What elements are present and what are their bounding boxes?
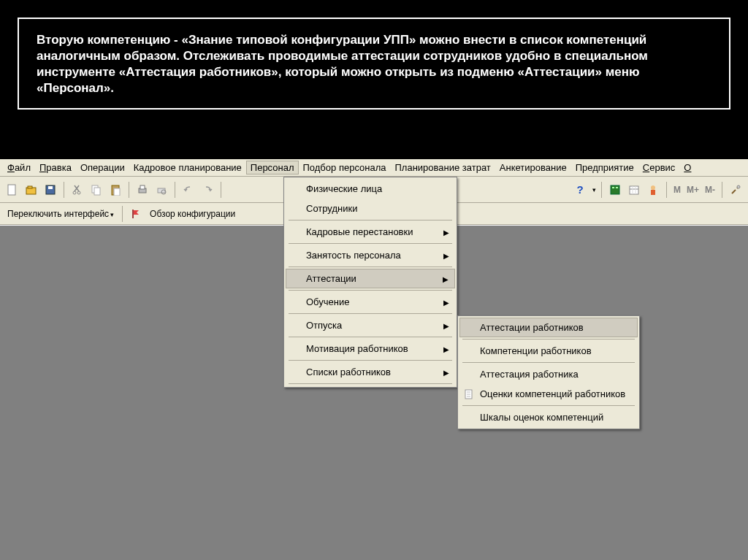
menu-separator bbox=[289, 266, 452, 267]
menu-operations[interactable]: Операции bbox=[76, 161, 129, 174]
submenu-item-att-rabotnikov[interactable]: Аттестации работников bbox=[459, 318, 638, 337]
menu-edit[interactable]: Правка bbox=[35, 161, 76, 174]
svg-point-26 bbox=[737, 185, 740, 188]
person-icon[interactable] bbox=[645, 182, 661, 198]
toolbar-separator bbox=[221, 182, 221, 198]
svg-rect-18 bbox=[612, 187, 614, 188]
menu-item-attestacii[interactable]: Аттестации▶ bbox=[286, 269, 455, 288]
menu-separator bbox=[289, 337, 452, 337]
menu-item-obuchenie[interactable]: Обучение▶ bbox=[286, 292, 455, 312]
menu-anketing[interactable]: Анкетирование bbox=[495, 161, 571, 174]
toolbar-separator bbox=[666, 182, 667, 198]
new-doc-icon[interactable] bbox=[4, 182, 20, 198]
cut-icon[interactable] bbox=[69, 182, 85, 198]
slide-frame: Вторую компетенцию - «Знание типовой кон… bbox=[18, 18, 730, 110]
menu-separator bbox=[289, 290, 452, 291]
toolbar-separator bbox=[64, 182, 64, 198]
dropdown-attestacii: Аттестации работников Компетенции работн… bbox=[457, 315, 640, 429]
menu-file[interactable]: Файл bbox=[3, 161, 35, 174]
flag-icon[interactable] bbox=[128, 206, 144, 222]
submenu-arrow-icon: ▶ bbox=[443, 228, 449, 236]
memory-m-button[interactable]: M bbox=[672, 185, 682, 195]
menu-separator bbox=[289, 313, 452, 314]
submenu-item-shkaly[interactable]: Шкалы оценок компетенций bbox=[459, 407, 638, 427]
svg-point-7 bbox=[73, 191, 76, 194]
menu-kadr-planning[interactable]: Кадровое планирование bbox=[129, 161, 246, 174]
submenu-item-att-rabotnika[interactable]: Аттестация работника bbox=[459, 364, 638, 384]
svg-point-24 bbox=[651, 185, 655, 190]
menu-planning-costs[interactable]: Планирование затрат bbox=[391, 161, 495, 174]
menu-service[interactable]: Сервис bbox=[638, 161, 680, 174]
menu-item-kadr-perestanovki[interactable]: Кадровые перестановки▶ bbox=[286, 222, 455, 242]
submenu-arrow-icon: ▶ bbox=[443, 275, 449, 283]
svg-rect-12 bbox=[114, 188, 120, 196]
paste-icon[interactable] bbox=[107, 182, 123, 198]
menu-windows[interactable]: О bbox=[679, 161, 695, 174]
menu-item-otpuska[interactable]: Отпуска▶ bbox=[286, 315, 455, 335]
svg-rect-0 bbox=[8, 185, 15, 195]
svg-rect-4 bbox=[48, 186, 53, 189]
menu-item-zanyatost[interactable]: Занятость персонала▶ bbox=[286, 245, 455, 265]
dropdown-personal: Физические лица Сотрудники Кадровые пере… bbox=[283, 177, 457, 388]
config-overview-button[interactable]: Обзор конфигурации bbox=[147, 209, 238, 219]
submenu-item-ocenki[interactable]: Оценки компетенций работников bbox=[459, 384, 638, 404]
svg-rect-20 bbox=[630, 186, 638, 194]
menu-separator bbox=[462, 362, 635, 363]
toolbar-separator bbox=[722, 182, 722, 198]
submenu-arrow-icon: ▶ bbox=[443, 321, 449, 329]
menu-separator bbox=[462, 405, 635, 406]
print-icon[interactable] bbox=[134, 182, 150, 198]
svg-rect-19 bbox=[616, 187, 618, 188]
memory-mplus-button[interactable]: M+ bbox=[685, 185, 701, 195]
submenu-arrow-icon: ▶ bbox=[443, 298, 449, 306]
slide-description: Вторую компетенцию - «Знание типовой кон… bbox=[37, 32, 711, 96]
menu-separator bbox=[289, 243, 452, 244]
menu-item-motivacia[interactable]: Мотивация работников▶ bbox=[286, 339, 455, 358]
svg-rect-17 bbox=[611, 185, 619, 194]
svg-rect-25 bbox=[651, 190, 655, 195]
menu-separator bbox=[289, 220, 452, 220]
menu-bar: Файл Правка Операции Кадровое планирован… bbox=[0, 159, 748, 177]
menu-podbor[interactable]: Подбор персонала bbox=[299, 161, 391, 174]
menu-separator bbox=[289, 383, 452, 384]
menu-item-fiz-lica[interactable]: Физические лица bbox=[286, 179, 455, 199]
svg-rect-2 bbox=[28, 186, 32, 188]
svg-point-8 bbox=[77, 191, 80, 194]
calc-icon[interactable] bbox=[607, 182, 623, 198]
print-preview-icon[interactable] bbox=[153, 182, 169, 198]
svg-rect-27 bbox=[132, 210, 134, 218]
menu-enterprise[interactable]: Предприятие bbox=[571, 161, 638, 174]
save-icon[interactable] bbox=[42, 182, 58, 198]
help-icon[interactable]: ? bbox=[572, 182, 588, 198]
switch-interface-button[interactable]: Переключить интерфейс▾ bbox=[4, 209, 117, 219]
undo-icon[interactable] bbox=[180, 182, 196, 198]
toolbar-separator bbox=[601, 182, 602, 198]
copy-icon[interactable] bbox=[88, 182, 104, 198]
svg-rect-14 bbox=[140, 185, 145, 189]
menu-separator bbox=[462, 339, 635, 340]
menu-personal[interactable]: Персонал bbox=[246, 161, 299, 174]
submenu-item-kompetencii[interactable]: Компетенции работников bbox=[459, 341, 638, 361]
svg-rect-10 bbox=[94, 188, 100, 195]
toolbar-separator bbox=[122, 206, 123, 222]
submenu-arrow-icon: ▶ bbox=[443, 368, 449, 376]
document-icon bbox=[463, 388, 475, 400]
menu-separator bbox=[289, 360, 452, 361]
dropdown-arrow-icon[interactable]: ▾ bbox=[592, 186, 596, 193]
submenu-arrow-icon: ▶ bbox=[443, 345, 449, 353]
calendar-icon[interactable] bbox=[626, 182, 642, 198]
toolbar-separator bbox=[175, 182, 175, 198]
menu-item-sotrudniki[interactable]: Сотрудники bbox=[286, 199, 455, 218]
submenu-arrow-icon: ▶ bbox=[443, 251, 449, 259]
menu-item-spiski[interactable]: Списки работников▶ bbox=[286, 362, 455, 382]
tools-icon[interactable] bbox=[728, 182, 744, 198]
open-icon[interactable] bbox=[23, 182, 39, 198]
redo-icon[interactable] bbox=[199, 182, 215, 198]
memory-mminus-button[interactable]: M- bbox=[703, 185, 717, 195]
toolbar-separator bbox=[129, 182, 129, 198]
